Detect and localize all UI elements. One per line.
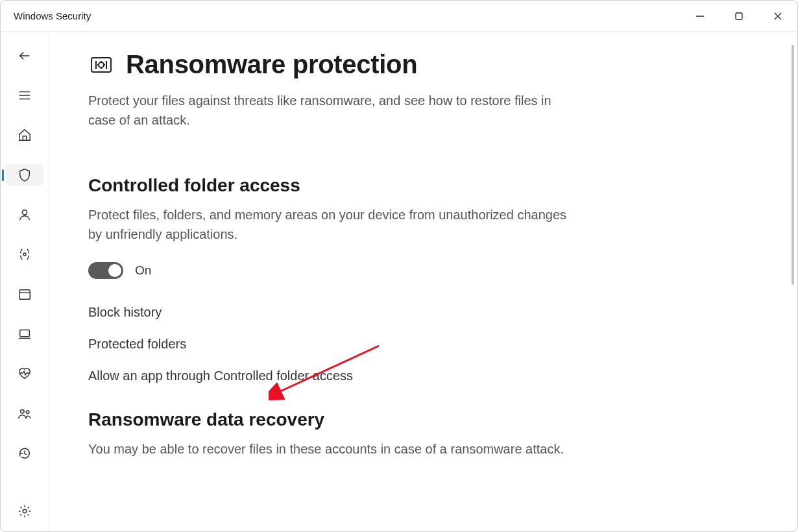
svg-point-18 <box>99 62 104 67</box>
wifi-icon <box>17 247 32 261</box>
nav-virus-threat[interactable] <box>6 164 43 186</box>
minimize-button[interactable] <box>681 1 719 31</box>
nav-firewall-network[interactable] <box>6 244 43 265</box>
svg-rect-10 <box>19 289 30 299</box>
window-controls <box>681 1 797 31</box>
nav-settings[interactable] <box>6 501 43 522</box>
content-scroll[interactable]: Ransomware protection Protect your files… <box>49 32 797 531</box>
close-button[interactable] <box>758 1 797 31</box>
scrollbar-thumb[interactable] <box>792 45 794 285</box>
people-icon <box>17 407 32 421</box>
gear-icon <box>18 504 32 518</box>
nav-home[interactable] <box>6 125 43 146</box>
home-icon <box>18 128 32 142</box>
data-recovery-description: You may be able to recover files in thes… <box>88 439 581 459</box>
nav-device-performance[interactable] <box>6 363 43 385</box>
heart-pulse-icon <box>18 367 32 381</box>
controlled-folder-toggle-state: On <box>135 263 151 278</box>
svg-rect-17 <box>91 58 111 72</box>
svg-point-9 <box>23 253 26 256</box>
page-title: Ransomware protection <box>126 50 417 79</box>
laptop-icon <box>18 327 32 341</box>
svg-point-15 <box>26 411 29 414</box>
link-block-history[interactable]: Block history <box>88 305 758 320</box>
shield-icon <box>18 168 32 182</box>
app-body: Ransomware protection Protect your files… <box>1 32 797 531</box>
svg-point-8 <box>22 210 27 215</box>
arrow-left-icon <box>18 49 32 63</box>
page-header: Ransomware protection <box>88 50 758 79</box>
app-window: Windows Security <box>0 0 798 532</box>
back-button[interactable] <box>6 45 43 66</box>
nav-app-browser[interactable] <box>6 284 43 305</box>
hamburger-icon <box>18 88 32 103</box>
app-window-icon <box>18 287 32 302</box>
page-description: Protect your files against threats like … <box>88 91 581 130</box>
person-icon <box>18 208 32 222</box>
nav-account-protection[interactable] <box>6 204 43 225</box>
controlled-folder-description: Protect files, folders, and memory areas… <box>88 205 581 244</box>
scrollbar[interactable] <box>790 45 796 285</box>
sidebar <box>1 32 49 531</box>
data-recovery-section: Ransomware data recovery You may be able… <box>88 409 758 459</box>
link-protected-folders[interactable]: Protected folders <box>88 337 758 352</box>
controlled-folder-toggle-row: On <box>88 262 758 279</box>
svg-point-14 <box>21 409 24 413</box>
content-area: Ransomware protection Protect your files… <box>49 32 797 531</box>
window-title: Windows Security <box>14 10 91 21</box>
link-allow-app[interactable]: Allow an app through Controlled folder a… <box>88 369 758 383</box>
maximize-button[interactable] <box>719 1 758 31</box>
data-recovery-title: Ransomware data recovery <box>88 409 758 430</box>
toggle-knob <box>108 264 121 277</box>
nav-protection-history[interactable] <box>6 442 43 464</box>
titlebar: Windows Security <box>1 1 797 32</box>
nav-device-security[interactable] <box>6 323 43 345</box>
nav-menu-button[interactable] <box>6 84 43 106</box>
svg-point-16 <box>23 510 27 514</box>
history-icon <box>18 446 32 461</box>
controlled-folder-title: Controlled folder access <box>88 175 758 196</box>
svg-rect-12 <box>20 330 30 337</box>
controlled-folder-toggle[interactable] <box>88 262 123 279</box>
svg-rect-1 <box>736 13 742 19</box>
nav-family-options[interactable] <box>6 403 43 424</box>
ransomware-icon <box>88 52 114 78</box>
